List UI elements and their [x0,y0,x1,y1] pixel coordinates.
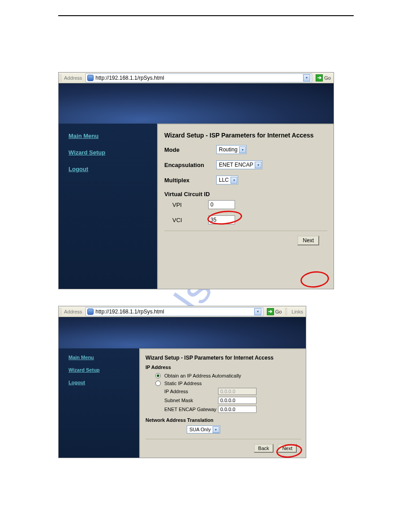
ie-page-icon [87,75,94,81]
multiplex-value: LLC [219,177,229,183]
encapsulation-select[interactable]: ENET ENCAP ▾ [216,160,262,169]
screenshot-2: Address http://192.168.1.1/rpSys.html ▾ … [58,306,306,458]
red-annotation-next [300,270,330,289]
address-dropdown-icon[interactable]: ▾ [303,74,310,82]
document-page: manualshive.com Address http://192.168.1… [0,0,411,532]
next-button[interactable]: Next [297,236,319,245]
address-label: Address [64,309,82,314]
go-label: Go [275,309,282,314]
panel-divider [164,231,327,231]
back-button[interactable]: Back [254,444,274,453]
ip-address-options: Obtain an IP Address Automatically Stati… [154,373,301,413]
enet-gateway-input[interactable]: 0.0.0.0 [218,406,257,413]
sidebar-link-logout[interactable]: Logout [68,166,157,172]
router-header [59,317,306,348]
radio-static-ip[interactable] [155,381,161,386]
address-dropdown-icon[interactable]: ▾ [254,308,261,315]
address-url-text: http://192.168.1.1/rpSys.html [95,75,301,81]
multiplex-select[interactable]: LLC ▾ [216,176,238,184]
toolbar-grip [60,308,61,316]
mode-value: Routing [219,146,237,153]
toolbar-grip [60,74,61,82]
panel-divider [146,439,301,439]
panel-title: Wizard Setup - ISP Parameters for Intern… [164,132,327,139]
router-main-area: Main Menu Wizard Setup Logout Wizard Set… [59,348,306,458]
sidebar: Main Menu Wizard Setup Logout [59,124,157,289]
subnet-mask-label: Subnet Mask [164,398,218,403]
mode-label: Mode [164,146,216,153]
screenshot-1: Address http://192.168.1.1/rpSys.html ▾ … [58,72,334,289]
go-button[interactable]: ➔ Go [314,73,333,82]
vpi-label: VPI [164,202,197,208]
sidebar-link-logout[interactable]: Logout [68,380,139,385]
vci-input[interactable]: 35 [208,215,235,224]
ie-page-icon [87,309,94,315]
nat-section-label: Network Address Translation [146,417,301,423]
wizard-panel-2: Wizard Setup - ISP Parameters for Intern… [139,348,306,458]
enet-gateway-label: ENET ENCAP Gateway [164,407,218,412]
option-obtain-auto-label: Obtain an IP Address Automatically [164,373,301,378]
panel-title: Wizard Setup - ISP Parameters for Intern… [146,355,301,361]
virtual-circuit-id-label: Virtual Circuit ID [164,191,327,197]
multiplex-label: Multiplex [164,177,216,184]
encapsulation-value: ENET ENCAP [219,162,253,168]
vpi-input[interactable]: 0 [208,200,235,209]
address-bar: Address http://192.168.1.1/rpSys.html ▾ … [59,73,334,83]
radio-obtain-auto[interactable] [155,373,161,378]
router-wave-bg: Main Menu Wizard Setup Logout Wizard Set… [59,83,334,289]
sidebar-link-wizard-setup[interactable]: Wizard Setup [68,149,157,156]
sidebar-link-main-menu[interactable]: Main Menu [68,355,139,360]
chevron-down-icon: ▾ [239,146,246,153]
go-arrow-icon: ➔ [316,74,323,82]
address-url-text: http://192.168.1.1/rpSys.html [95,309,252,315]
sidebar-link-main-menu[interactable]: Main Menu [68,133,157,139]
go-label: Go [324,75,331,81]
router-main-area: Main Menu Wizard Setup Logout Wizard Set… [59,124,334,289]
router-wave-bg: Main Menu Wizard Setup Logout Wizard Set… [59,317,306,458]
address-label: Address [64,75,82,81]
ip-address-field-label: IP Address [164,389,218,394]
wizard-panel-1: Wizard Setup - ISP Parameters for Intern… [157,124,334,289]
next-button[interactable]: Next [278,444,297,453]
address-bar: Address http://192.168.1.1/rpSys.html ▾ … [59,306,306,317]
option-static-ip-label: Static IP Address [164,381,301,386]
address-input[interactable]: http://192.168.1.1/rpSys.html ▾ [86,307,263,316]
page-header-rule [58,15,354,16]
ip-address-section-label: IP Address [146,365,301,370]
sidebar-link-wizard-setup[interactable]: Wizard Setup [68,367,139,373]
vci-label: VCI [164,217,197,223]
sidebar: Main Menu Wizard Setup Logout [59,348,139,458]
encapsulation-label: Encapsulation [164,162,216,168]
mode-select[interactable]: Routing ▾ [216,145,247,154]
nat-select[interactable]: SUA Only ▾ [187,425,220,433]
nat-value: SUA Only [189,427,211,432]
go-arrow-icon: ➔ [267,308,274,315]
links-label: Links [290,309,305,314]
chevron-down-icon: ▾ [231,177,237,184]
subnet-mask-input[interactable]: 0.0.0.0 [218,397,257,404]
router-header [59,83,334,124]
ip-address-input[interactable]: 0.0.0.0 [218,388,257,395]
go-button[interactable]: ➔ Go [265,307,284,316]
chevron-down-icon: ▾ [213,426,219,433]
toolbar-grip [285,308,287,316]
address-input[interactable]: http://192.168.1.1/rpSys.html ▾ [86,73,312,82]
chevron-down-icon: ▾ [255,162,261,168]
